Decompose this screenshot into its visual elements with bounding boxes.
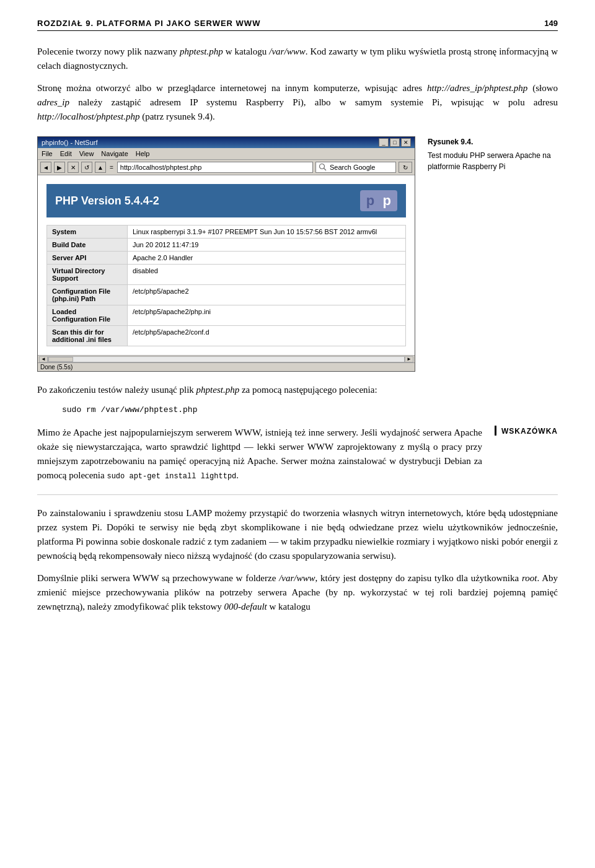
table-row: Build DateJun 20 2012 11:47:19 (47, 239, 406, 252)
page-header: ROZDZIAŁ 9. PLATFORMA PI JAKO SERWER WWW… (37, 19, 558, 31)
menu-file[interactable]: File (40, 149, 54, 158)
code-block-rm: sudo rm /var/www/phptest.php (62, 405, 558, 414)
minimize-button[interactable]: _ (379, 138, 389, 147)
browser-toolbar: ◄ ▶ ✕ ↺ ▲ = http://localhost/phptest.php… (38, 160, 415, 175)
tip-text: Mimo że Apache jest najpopularniejszym s… (37, 426, 482, 483)
table-cell-value: /etc/php5/apache2/conf.d (128, 326, 406, 346)
reload-button[interactable]: ↺ (81, 162, 92, 173)
figure-area: phpinfo() - NetSurf _ □ ✕ File Edit View… (37, 136, 558, 372)
paragraph-4: Po zainstalowaniu i sprawdzeniu stosu LA… (37, 506, 558, 564)
browser-title: phpinfo() - NetSurf (42, 139, 97, 146)
page: ROZDZIAŁ 9. PLATFORMA PI JAKO SERWER WWW… (0, 0, 595, 646)
php-logo: php (360, 190, 397, 211)
figure-caption-title: Rysunek 9.4. (428, 136, 558, 147)
tip-label: WSKAZÓWKA (495, 426, 558, 436)
table-cell-label: System (47, 226, 128, 239)
scroll-left-button[interactable]: ◄ (39, 356, 48, 362)
table-cell-value: Apache 2.0 Handler (128, 252, 406, 265)
tip-code: sudo apt-get install lighttpd (107, 472, 236, 481)
info-table: SystemLinux raspberrypi 3.1.9+ #107 PREE… (46, 225, 406, 346)
paragraph-1: Polecenie tworzy nowy plik nazwany phpte… (37, 45, 558, 74)
table-row: Configuration File (php.ini) Path/etc/ph… (47, 285, 406, 305)
table-row: Loaded Configuration File/etc/php5/apach… (47, 305, 406, 326)
paragraph-5: Domyślnie pliki serwera WWW są przechowy… (37, 571, 558, 615)
paragraph-3: Po zakończeniu testów należy usunąć plik… (37, 383, 558, 397)
table-cell-value: /etc/php5/apache2 (128, 285, 406, 305)
table-row: Server APIApache 2.0 Handler (47, 252, 406, 265)
search-text: Search Google (330, 164, 375, 171)
home-button[interactable]: ▲ (95, 162, 106, 173)
scrollbar-thumb[interactable] (48, 357, 73, 362)
menu-view[interactable]: View (78, 149, 95, 158)
stop-button[interactable]: ✕ (68, 162, 79, 173)
table-row: SystemLinux raspberrypi 3.1.9+ #107 PREE… (47, 226, 406, 239)
browser-menubar: File Edit View Navigate Help (38, 148, 415, 160)
table-cell-value: Jun 20 2012 11:47:19 (128, 239, 406, 252)
tip-area: Mimo że Apache jest najpopularniejszym s… (37, 426, 558, 483)
table-cell-value: Linux raspberrypi 3.1.9+ #107 PREEMPT Su… (128, 226, 406, 239)
table-cell-label: Virtual Directory Support (47, 265, 128, 285)
table-cell-label: Configuration File (php.ini) Path (47, 285, 128, 305)
close-button[interactable]: ✕ (401, 138, 411, 147)
php-header: PHP Version 5.4.4-2 php (46, 184, 406, 217)
titlebar-controls: _ □ ✕ (379, 138, 411, 147)
table-cell-label: Scan this dir for additional .ini files (47, 326, 128, 346)
search-bar[interactable]: Search Google (315, 162, 396, 173)
paragraph-2: Stronę można otworzyć albo w przeglądarc… (37, 81, 558, 125)
php-version: PHP Version 5.4.4-2 (55, 195, 159, 208)
browser-window: phpinfo() - NetSurf _ □ ✕ File Edit View… (37, 136, 415, 372)
table-cell-label: Build Date (47, 239, 128, 252)
back-button[interactable]: ◄ (40, 162, 51, 173)
scrollbar-track[interactable] (48, 356, 405, 362)
table-cell-value: disabled (128, 265, 406, 285)
menu-navigate[interactable]: Navigate (100, 149, 129, 158)
menu-edit[interactable]: Edit (59, 149, 73, 158)
figure-caption-body: Test modułu PHP serwera Apache na platfo… (428, 150, 558, 172)
figure-caption: Rysunek 9.4. Test modułu PHP serwera Apa… (428, 136, 558, 172)
forward-button[interactable]: ▶ (54, 162, 65, 173)
table-row: Virtual Directory Supportdisabled (47, 265, 406, 285)
menu-help[interactable]: Help (134, 149, 151, 158)
section-divider (37, 494, 558, 495)
table-row: Scan this dir for additional .ini files/… (47, 326, 406, 346)
browser-statusbar: Done (5.5s) (38, 362, 415, 371)
scroll-right-button[interactable]: ► (405, 356, 413, 362)
horizontal-scrollbar[interactable]: ◄ ► (38, 355, 415, 362)
table-cell-value: /etc/php5/apache2/php.ini (128, 305, 406, 326)
table-cell-label: Server API (47, 252, 128, 265)
svg-line-1 (324, 169, 327, 171)
browser-content: PHP Version 5.4.4-2 php SystemLinux rasp… (38, 175, 415, 355)
status-text: Done (5.5s) (40, 364, 73, 370)
browser-titlebar: phpinfo() - NetSurf _ □ ✕ (38, 137, 415, 148)
svg-point-0 (320, 164, 325, 169)
page-number: 149 (544, 19, 558, 28)
address-bar[interactable]: http://localhost/phptest.php (117, 162, 313, 173)
search-go-button[interactable]: ↻ (399, 162, 412, 173)
maximize-button[interactable]: □ (390, 138, 400, 147)
search-icon (319, 163, 327, 172)
address-url: http://localhost/phptest.php (120, 164, 201, 171)
table-cell-label: Loaded Configuration File (47, 305, 128, 326)
chapter-title: ROZDZIAŁ 9. PLATFORMA PI JAKO SERWER WWW (37, 19, 260, 28)
